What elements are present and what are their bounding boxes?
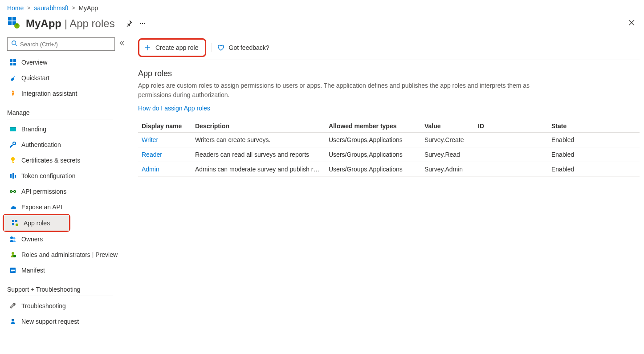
sidebar-item-owners[interactable]: Owners (7, 231, 128, 247)
overview-icon (9, 58, 17, 66)
sidebar-item-manifest[interactable]: Manifest (7, 262, 128, 278)
toolbar: Create app role Got feedback? (138, 37, 640, 60)
cell-id (474, 162, 548, 177)
sidebar-item-app-roles[interactable]: App roles (4, 215, 69, 231)
sidebar-item-label: Certificates & secrets (21, 157, 80, 164)
svg-rect-25 (12, 173, 14, 179)
svg-point-36 (12, 252, 14, 255)
cell-id (474, 147, 548, 162)
col-display-name[interactable]: Display name (138, 120, 192, 133)
section-heading-support: Support + Troubleshooting (7, 281, 113, 296)
toolbar-divider (212, 43, 212, 52)
col-id[interactable]: ID (474, 120, 548, 133)
cell-value: Survey.Admin (421, 162, 474, 177)
table-row[interactable]: Writer Writers can create surveys. Users… (138, 133, 640, 147)
breadcrumb-home[interactable]: Home (7, 4, 24, 12)
sidebar: Overview Quickstart Integration assistan… (0, 37, 128, 329)
breadcrumb-current: MyApp (78, 4, 98, 12)
sidebar-item-label: Expose an API (21, 203, 62, 211)
cell-state: Enabled (548, 147, 640, 162)
sidebar-item-label: Owners (21, 236, 43, 243)
svg-point-17 (12, 92, 14, 93)
svg-point-5 (16, 24, 18, 26)
svg-rect-24 (10, 174, 12, 178)
sidebar-item-label: Token configuration (21, 172, 75, 179)
sidebar-item-label: Integration assistant (21, 90, 77, 97)
table-row[interactable]: Reader Readers can read all surveys and … (138, 147, 640, 162)
svg-rect-30 (12, 220, 14, 222)
svg-rect-41 (11, 272, 13, 272)
sidebar-item-certs[interactable]: Certificates & secrets (7, 152, 128, 168)
col-value[interactable]: Value (421, 120, 474, 133)
svg-point-21 (11, 157, 15, 161)
close-icon[interactable] (628, 19, 635, 28)
roles-admin-icon (9, 251, 17, 259)
svg-point-35 (13, 237, 16, 239)
svg-point-6 (139, 23, 140, 24)
svg-rect-31 (15, 220, 17, 222)
sidebar-item-branding[interactable]: Branding (7, 121, 128, 137)
sidebar-item-roles-admin[interactable]: Roles and administrators | Preview (7, 247, 128, 262)
svg-rect-14 (13, 59, 16, 62)
pin-icon[interactable] (126, 20, 133, 27)
feedback-button[interactable]: Got feedback? (217, 44, 269, 51)
table-row[interactable]: Admin Admins can moderate survey and pub… (138, 162, 640, 177)
svg-rect-19 (10, 127, 16, 128)
col-member-types[interactable]: Allowed member types (325, 120, 421, 133)
key-icon (9, 156, 17, 164)
svg-rect-40 (11, 270, 15, 271)
app-roles-table: Display name Description Allowed member … (138, 120, 640, 177)
section-title: App roles (138, 69, 640, 78)
sidebar-item-auth[interactable]: Authentication (7, 137, 128, 152)
help-link[interactable]: How do I assign App roles (138, 105, 210, 112)
sidebar-item-integration[interactable]: Integration assistant (7, 85, 128, 101)
svg-point-8 (144, 23, 145, 24)
sidebar-item-token[interactable]: Token configuration (7, 168, 128, 183)
sidebar-item-label: Quickstart (21, 74, 49, 81)
svg-rect-13 (10, 59, 12, 62)
cell-types: Users/Groups,Applications (325, 147, 421, 162)
sidebar-item-api-perm[interactable]: API permissions (7, 183, 128, 199)
branding-icon (9, 125, 17, 133)
sidebar-item-label: Troubleshooting (21, 302, 66, 309)
sidebar-item-label: API permissions (21, 188, 66, 195)
sidebar-item-support[interactable]: New support request (7, 313, 128, 329)
svg-point-34 (10, 236, 13, 239)
sidebar-item-expose[interactable]: Expose an API (7, 199, 128, 215)
breadcrumb: Home > saurabhmsft > MyApp (0, 0, 644, 14)
main-panel: Create app role Got feedback? App roles … (128, 37, 644, 329)
role-link[interactable]: Admin (142, 166, 159, 173)
svg-point-11 (12, 41, 16, 45)
cell-types: Users/Groups,Applications (325, 162, 421, 177)
page-header: MyApp | App roles (0, 14, 644, 37)
breadcrumb-owner[interactable]: saurabhmsft (34, 4, 68, 12)
expose-icon (9, 203, 17, 211)
search-input[interactable] (7, 37, 115, 51)
create-app-role-button[interactable]: Create app role (144, 44, 199, 51)
svg-rect-2 (8, 21, 12, 25)
svg-point-37 (13, 255, 16, 257)
sidebar-item-overview[interactable]: Overview (7, 54, 128, 70)
col-description[interactable]: Description (192, 120, 325, 133)
section-heading-manage: Manage (7, 105, 113, 119)
sidebar-item-label: Branding (21, 126, 46, 133)
app-roles-icon (11, 219, 19, 227)
more-icon[interactable] (139, 20, 146, 27)
svg-rect-1 (12, 17, 16, 20)
cell-id (474, 133, 548, 147)
role-link[interactable]: Reader (142, 151, 162, 158)
sidebar-item-label: App roles (24, 220, 50, 227)
wrench-icon (9, 302, 17, 310)
col-state[interactable]: State (548, 120, 640, 133)
sidebar-item-label: Overview (21, 59, 47, 66)
sidebar-item-quickstart[interactable]: Quickstart (7, 70, 128, 85)
support-person-icon (9, 317, 17, 326)
svg-point-7 (142, 23, 143, 24)
svg-rect-16 (13, 63, 16, 65)
auth-icon (9, 141, 17, 149)
collapse-sidebar-icon[interactable] (118, 40, 125, 48)
sidebar-item-label: Manifest (21, 267, 45, 274)
sidebar-item-troubleshoot[interactable]: Troubleshooting (7, 298, 128, 313)
sidebar-item-label: New support request (21, 318, 79, 325)
role-link[interactable]: Writer (142, 136, 158, 143)
